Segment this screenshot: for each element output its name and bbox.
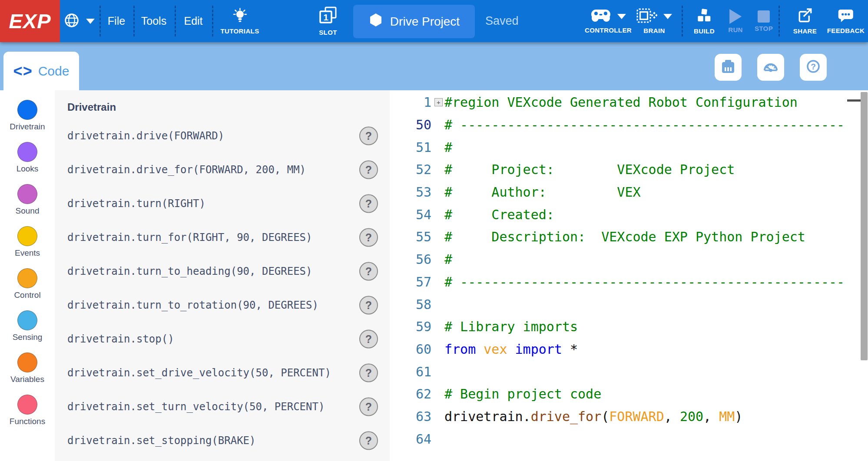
command-row: drivetrain.stop() ? xyxy=(55,322,390,356)
chevron-down-icon xyxy=(663,14,672,19)
gauge-icon xyxy=(762,59,779,76)
command-help-button[interactable]: ? xyxy=(359,228,378,247)
command-help-button[interactable]: ? xyxy=(359,431,378,450)
code-line: 61 xyxy=(390,360,868,383)
svg-text:1: 1 xyxy=(323,12,328,22)
slot-button[interactable]: 1 SLOT xyxy=(318,0,338,42)
sidebar-item-functions[interactable]: Functions xyxy=(0,395,55,426)
menu-file[interactable]: File xyxy=(108,0,125,42)
command-set-turn-velocity[interactable]: drivetrain.set_turn_velocity(50, PERCENT… xyxy=(67,401,325,413)
command-help-button[interactable]: ? xyxy=(359,330,378,349)
lightbulb-icon xyxy=(232,8,248,25)
command-stop[interactable]: drivetrain.stop() xyxy=(67,333,174,345)
menu-divider xyxy=(175,6,176,36)
help-button[interactable]: ? xyxy=(800,54,827,81)
controller-button[interactable]: CONTROLLER xyxy=(585,0,632,42)
tab-bar: <> Code xyxy=(0,42,868,90)
code-line: 57 # -----------------------------------… xyxy=(390,271,868,293)
sidebar-item-drivetrain[interactable]: Drivetrain xyxy=(0,100,55,132)
line-number: 64 xyxy=(390,431,431,447)
line-number: 54 xyxy=(390,207,431,222)
command-row: drivetrain.turn_to_rotation(90, DEGREES)… xyxy=(55,288,390,322)
command-panel: Drivetrain drivetrain.drive(FORWARD) ? d… xyxy=(55,90,390,461)
feedback-button[interactable]: FEEDBACK xyxy=(827,0,865,42)
command-help-button[interactable]: ? xyxy=(359,364,378,382)
sidebar-item-looks[interactable]: Looks xyxy=(0,142,55,174)
category-dot xyxy=(17,395,37,415)
sidebar-item-control[interactable]: Control xyxy=(0,268,55,300)
menu-divider xyxy=(99,6,101,36)
command-turn-to-heading[interactable]: drivetrain.turn_to_heading(90, DEGREES) xyxy=(67,265,312,277)
command-turn[interactable]: drivetrain.turn(RIGHT) xyxy=(67,198,205,210)
command-help-button[interactable]: ? xyxy=(359,398,378,416)
fold-expand-icon[interactable]: + xyxy=(434,98,443,106)
line-number: 56 xyxy=(390,252,431,267)
command-help-button[interactable]: ? xyxy=(359,127,378,145)
menu-tools[interactable]: Tools xyxy=(141,0,166,42)
stop-square-icon xyxy=(758,10,770,23)
command-row: drivetrain.set_turn_velocity(50, PERCENT… xyxy=(55,390,390,424)
project-name-button[interactable]: Drive Project xyxy=(353,5,475,38)
code-brackets-icon: <> xyxy=(13,62,33,80)
svg-text:?: ? xyxy=(811,62,816,71)
category-dot xyxy=(17,142,37,162)
command-help-button[interactable]: ? xyxy=(359,262,378,281)
hexagon-icon xyxy=(368,13,383,30)
command-group-title: Drivetrain xyxy=(67,101,390,114)
chevron-down-icon xyxy=(617,14,626,19)
sidebar-item-sensing[interactable]: Sensing xyxy=(0,310,55,342)
sidebar-item-variables[interactable]: Variables xyxy=(0,352,55,384)
command-set-stopping[interactable]: drivetrain.set_stopping(BRAKE) xyxy=(67,435,255,447)
build-cubes-icon xyxy=(696,8,712,25)
brain-icon xyxy=(636,8,657,25)
category-sidebar: Drivetrain Looks Sound Events Control Se… xyxy=(0,90,55,461)
top-bar: EXP File Tools Edit xyxy=(0,0,868,42)
menu-divider xyxy=(212,6,213,36)
sidebar-item-events[interactable]: Events xyxy=(0,226,55,258)
command-turn-to-rotation[interactable]: drivetrain.turn_to_rotation(90, DEGREES) xyxy=(67,299,318,311)
vexcode-app: EXP File Tools Edit xyxy=(0,0,868,461)
command-help-button[interactable]: ? xyxy=(359,161,378,179)
category-dot xyxy=(17,310,37,330)
command-set-drive-velocity[interactable]: drivetrain.set_drive_velocity(50, PERCEN… xyxy=(67,367,331,379)
code-line: 56 # xyxy=(390,248,868,271)
command-drive-for[interactable]: drivetrain.drive_for(FORWARD, 200, MM) xyxy=(67,164,306,176)
code-line: 1 + #region VEXcode Generated Robot Conf… xyxy=(390,91,868,114)
code-line: 58 xyxy=(390,293,868,316)
command-row: drivetrain.drive_for(FORWARD, 200, MM) ? xyxy=(55,153,390,187)
command-help-button[interactable]: ? xyxy=(359,296,378,315)
tutorials-button[interactable]: TUTORIALS xyxy=(220,0,259,42)
build-button[interactable]: BUILD xyxy=(694,0,715,42)
code-line: 60 from vex import * xyxy=(390,338,868,361)
command-help-button[interactable]: ? xyxy=(359,194,378,213)
command-row: drivetrain.turn_to_heading(90, DEGREES) … xyxy=(55,254,390,288)
command-turn-for[interactable]: drivetrain.turn_for(RIGHT, 90, DEGREES) xyxy=(67,231,312,244)
command-row: drivetrain.turn(RIGHT) ? xyxy=(55,187,390,221)
share-icon xyxy=(797,8,813,25)
save-status: Saved xyxy=(485,0,519,42)
code-line: 59 # Library imports xyxy=(390,316,868,338)
line-number: 53 xyxy=(390,184,431,200)
line-number: 57 xyxy=(390,274,431,290)
sidebar-item-sound[interactable]: Sound xyxy=(0,184,55,216)
stop-button[interactable]: STOP xyxy=(755,0,773,42)
code-editor[interactable]: 1 + #region VEXcode Generated Robot Conf… xyxy=(390,90,868,461)
run-button[interactable]: RUN xyxy=(728,0,743,42)
menu-divider xyxy=(133,6,135,36)
share-button[interactable]: SHARE xyxy=(793,0,817,42)
line-number: 55 xyxy=(390,229,431,244)
command-row: drivetrain.drive(FORWARD) ? xyxy=(55,119,390,153)
exp-logo: EXP xyxy=(0,0,60,42)
command-drive[interactable]: drivetrain.drive(FORWARD) xyxy=(67,130,224,142)
menu-edit[interactable]: Edit xyxy=(184,0,202,42)
dashboard-button[interactable] xyxy=(757,54,784,81)
brain-button[interactable]: BRAIN xyxy=(636,0,672,42)
editor-scrollbar[interactable] xyxy=(861,92,868,360)
language-select[interactable] xyxy=(63,0,95,42)
globe-icon xyxy=(63,12,80,30)
code-line: 52 # Project: VEXcode Project xyxy=(390,158,868,181)
tab-code[interactable]: <> Code xyxy=(3,52,79,90)
code-line: 63 drivetrain.drive_for(FORWARD, 200, MM… xyxy=(390,405,868,428)
feedback-bubble-icon xyxy=(838,8,854,25)
console-button[interactable] xyxy=(715,54,742,81)
